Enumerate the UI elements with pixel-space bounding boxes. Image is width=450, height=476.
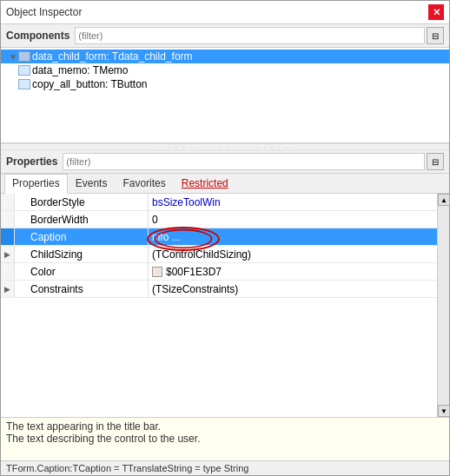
prop-expand-constraints[interactable]: ▶ bbox=[1, 281, 15, 297]
tab-favorites[interactable]: Favorites bbox=[115, 174, 173, 193]
tree-item-text-button: copy_all_button: TButton bbox=[32, 78, 148, 90]
tree-item-text-root: data_child_form: Tdata_child_form bbox=[32, 50, 193, 63]
properties-label: Properties bbox=[6, 155, 57, 168]
prop-row-caption: ◆ Caption info ... bbox=[1, 228, 437, 246]
components-filter-input[interactable] bbox=[75, 27, 425, 44]
title-bar: Object Inspector ✕ bbox=[1, 1, 449, 24]
prop-name-childsizing[interactable]: ChildSizing bbox=[27, 246, 149, 262]
status-text: TForm.Caption:TCaption = TTranslateStrin… bbox=[6, 463, 248, 473]
properties-tabs: Properties Events Favorites Restricted bbox=[1, 174, 449, 194]
components-header: Components ⊟ bbox=[1, 24, 449, 48]
tree-toggle-root[interactable]: ▼ bbox=[8, 51, 18, 62]
prop-value-borderwidth[interactable]: 0 bbox=[149, 211, 437, 228]
tree-item-button[interactable]: copy_all_button: TButton bbox=[1, 77, 449, 91]
form-icon bbox=[18, 50, 30, 63]
description-area: The text appearing in the title bar. The… bbox=[1, 417, 449, 460]
prop-name-caption[interactable]: Caption bbox=[27, 228, 149, 245]
components-filter-icon[interactable]: ⊟ bbox=[427, 27, 444, 44]
properties-header: Properties ⊟ bbox=[1, 150, 449, 174]
properties-section: Properties ⊟ Properties Events Favorites… bbox=[1, 150, 449, 475]
description-line-1: The text appearing in the title bar. bbox=[6, 420, 444, 433]
properties-table: BorderStyle bsSizeToolWin BorderWidth 0 bbox=[1, 194, 437, 417]
prop-indicator-caption: ◆ bbox=[15, 228, 27, 245]
prop-indicator-borderstyle bbox=[15, 194, 27, 210]
prop-indicator-color bbox=[15, 263, 27, 280]
prop-row-borderstyle: BorderStyle bsSizeToolWin bbox=[1, 194, 437, 211]
prop-expand-borderstyle bbox=[1, 194, 15, 210]
properties-filter-icon[interactable]: ⊟ bbox=[427, 153, 444, 170]
prop-row-childsizing: ▶ ChildSizing (TControlChildSizing) bbox=[1, 246, 437, 263]
prop-indicator-childsizing bbox=[15, 246, 27, 262]
description-line-2: The text describing the control to the u… bbox=[6, 433, 444, 445]
blue-arrow-icon: ◆ bbox=[17, 232, 24, 241]
scroll-up-button[interactable]: ▲ bbox=[438, 194, 450, 206]
prop-name-borderwidth[interactable]: BorderWidth bbox=[27, 211, 149, 228]
prop-value-borderstyle[interactable]: bsSizeToolWin bbox=[149, 194, 437, 210]
prop-row-borderwidth: BorderWidth 0 bbox=[1, 211, 437, 228]
prop-row-constraints: ▶ Constraints (TSizeConstraints) bbox=[1, 281, 437, 298]
properties-table-container: BorderStyle bsSizeToolWin BorderWidth 0 bbox=[1, 194, 449, 417]
splitter-divider[interactable]: · · · · · · · · · · · · · · · · · · · · bbox=[1, 143, 449, 150]
prop-value-childsizing[interactable]: (TControlChildSizing) bbox=[149, 246, 437, 262]
prop-name-constraints[interactable]: Constraints bbox=[27, 281, 149, 297]
close-button[interactable]: ✕ bbox=[428, 4, 444, 20]
tree-item-root[interactable]: ▼ data_child_form: Tdata_child_form bbox=[1, 50, 449, 63]
component-icon-memo bbox=[18, 64, 30, 76]
prop-expand-childsizing[interactable]: ▶ bbox=[1, 246, 15, 262]
prop-expand-caption bbox=[1, 228, 15, 245]
components-tree: ▼ data_child_form: Tdata_child_form data… bbox=[1, 48, 449, 143]
scroll-track bbox=[438, 206, 449, 405]
prop-name-borderstyle[interactable]: BorderStyle bbox=[27, 194, 149, 210]
tab-events[interactable]: Events bbox=[68, 174, 116, 193]
object-inspector-window: Object Inspector ✕ Components ⊟ ▼ data_c… bbox=[0, 0, 450, 476]
info-value-container: info ... bbox=[152, 231, 433, 243]
prop-value-constraints[interactable]: (TSizeConstraints) bbox=[149, 281, 437, 297]
properties-scrollbar[interactable]: ▲ ▼ bbox=[437, 194, 449, 417]
prop-expand-color bbox=[1, 263, 15, 280]
prop-value-caption[interactable]: info ... bbox=[149, 228, 437, 245]
components-label: Components bbox=[6, 30, 69, 42]
prop-row-color: Color $00F1E3D7 bbox=[1, 263, 437, 281]
properties-filter-input[interactable] bbox=[63, 153, 425, 170]
scroll-down-button[interactable]: ▼ bbox=[438, 405, 450, 417]
prop-name-color[interactable]: Color bbox=[27, 263, 149, 280]
status-bar: TForm.Caption:TCaption = TTranslateStrin… bbox=[1, 460, 449, 475]
tab-restricted[interactable]: Restricted bbox=[174, 174, 236, 193]
window-title: Object Inspector bbox=[6, 6, 82, 18]
prop-expand-borderwidth bbox=[1, 211, 15, 228]
component-icon-button bbox=[18, 78, 30, 90]
tree-item-text-memo: data_memo: TMemo bbox=[32, 64, 129, 76]
color-swatch-box bbox=[152, 267, 162, 277]
prop-indicator-borderwidth bbox=[15, 211, 27, 228]
prop-value-color[interactable]: $00F1E3D7 bbox=[149, 263, 437, 280]
tree-item-memo[interactable]: data_memo: TMemo bbox=[1, 63, 449, 77]
prop-indicator-constraints bbox=[15, 281, 27, 297]
tab-properties[interactable]: Properties bbox=[4, 174, 68, 194]
